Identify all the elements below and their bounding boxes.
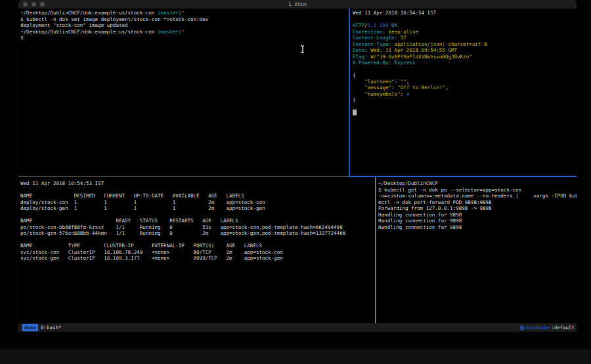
terminal-text-segment: W/"39-0xBPf9aF1dXVNkhsxoBQgJ8vKzo" xyxy=(368,54,472,60)
terminal-text-segment: Connection: xyxy=(353,29,385,35)
terminal-line: ETag: W/"39-0xBPf9aF1dXVNkhsxoBQgJ8vKzo" xyxy=(353,54,577,60)
terminal-line: } xyxy=(353,97,577,104)
kube-context-label: minikube xyxy=(526,323,550,332)
pane-shell-kubectl-set-image[interactable]: ~/Desktop/DublinCNCF/dok-example-us/stoc… xyxy=(18,9,351,177)
terminal-text-segment: "numsymbols" xyxy=(364,91,401,97)
terminal-line: svc/stock-gen ClusterIP 10.109.3.177 <no… xyxy=(20,255,377,262)
terminal-text-segment: Handling connection for 9898 xyxy=(378,224,462,230)
terminal-text-segment: : xyxy=(391,85,397,91)
pane-port-forward-log[interactable]: ~/Desktop/DublinCNCF$ kubectl get -n dok… xyxy=(376,177,577,327)
terminal-text-segment: Wed 11 Apr 2018 10:54:54 IST xyxy=(353,10,436,16)
terminal-line xyxy=(353,66,577,73)
terminal-text-segment: Content-Length: xyxy=(353,35,397,41)
terminal-text-segment: $ xyxy=(20,35,24,41)
terminal-line: ~/Desktop/DublinCNCF/dok-example-us/stoc… xyxy=(20,29,351,35)
terminal-text-segment: -o=custom-columns=:metadata.name --no-he… xyxy=(378,193,577,199)
terminal-line: HTTP/1.1 200 OK xyxy=(353,22,577,29)
terminal-text-segment: deploy/stock-gen 1 1 1 1 2m app=stock-ge… xyxy=(20,205,265,211)
terminal-line: -o=custom-columns=:metadata.name --no-he… xyxy=(378,193,577,199)
status-bar-left: demo 0:bash* xyxy=(22,323,62,332)
terminal-text-segment: $ kubectl get -n dok po --selector=app=s… xyxy=(378,187,521,193)
terminal-line: Wed 11 Apr 2018 10:54:54 IST xyxy=(353,10,577,16)
terminal-line xyxy=(353,104,577,110)
window-titlebar[interactable]: 1. tmux xyxy=(18,0,577,9)
pane-kubectl-get-tables[interactable]: Wed 11 Apr 2018 10:54:53 IST NAME DESIRE… xyxy=(18,177,377,327)
terminal-text-segment: (master) xyxy=(158,10,181,16)
terminal-line: Connection: keep-alive xyxy=(353,29,577,35)
terminal-line: deployment "stock-con" image updated xyxy=(20,22,351,29)
terminal-text-segment: HTTP xyxy=(353,22,364,28)
terminal-line xyxy=(353,110,577,116)
terminal-line: Forwarding from 127.0.0.1:9898 -> 9898 xyxy=(378,205,577,212)
terminal-line: ectl -n dok port-forward POD 9898:9898 xyxy=(378,199,577,206)
terminal-text-segment: Content-Type: xyxy=(353,41,391,47)
terminal-line: "lastseen": "", xyxy=(353,79,577,85)
terminal-text-segment: NAME READY STATUS RESTARTS AGE LABELS xyxy=(20,218,238,224)
terminal-line: Handling connection for 9898 xyxy=(378,224,577,231)
terminal-text-segment: NAME DESIRED CURRENT UP-TO-DATE AVAILABL… xyxy=(20,193,244,199)
terminal-text-segment: , xyxy=(445,85,449,91)
terminal-text-segment: 57 xyxy=(397,35,406,41)
window-list-item[interactable]: 0:bash* xyxy=(41,323,62,332)
terminal-line: { xyxy=(353,72,577,79)
terminal-text-segment: "message" xyxy=(364,85,391,91)
terminal-text-segment: Wed 11 Apr 2018 10:54:53 IST xyxy=(20,180,104,186)
terminal-text-segment: Date: xyxy=(353,47,368,53)
terminal-text-segment: 1.1 200 xyxy=(368,22,389,28)
kube-namespace-label: :default xyxy=(551,323,575,332)
terminal-text-segment: OK xyxy=(391,22,397,28)
terminal-line xyxy=(20,212,377,218)
terminal-text-segment: Express xyxy=(391,60,415,66)
mouse-ibeam-cursor xyxy=(301,45,304,53)
terminal-line: deploy/stock-gen 1 1 1 1 2m app=stock-ge… xyxy=(20,205,377,212)
terminal-line: deploy/stock-con 1 1 1 1 2m app=stock-co… xyxy=(20,199,377,206)
terminal-text-segment xyxy=(353,91,364,97)
terminal-text-segment: { xyxy=(353,72,356,78)
terminal-line: Wed 11 Apr 2018 10:54:53 IST xyxy=(20,180,377,187)
terminal-text-segment: $ kubectl -n dok set image deployment/st… xyxy=(20,16,208,22)
terminal-line: Handling connection for 9898 xyxy=(378,218,577,224)
terminal-line: Date: Wed, 11 Apr 2018 09:54:55 GMT xyxy=(353,47,577,54)
terminal-line: $ kubectl -n dok set image deployment/st… xyxy=(20,16,351,23)
terminal-text-segment: application/json; charset=utf-8 xyxy=(391,41,487,47)
status-bar-right: minikube:default xyxy=(519,323,575,332)
terminal-text-segment: ~/Desktop/DublinCNCF/dok-example-us/stoc… xyxy=(20,10,158,16)
desktop-dock-area xyxy=(0,349,591,364)
terminal-text-segment: po/stock-gen-576cc688bb-44kmn 1/1 Runnin… xyxy=(20,230,345,236)
terminal-text-segment: Forwarding from 127.0.0.1:9898 -> 9898 xyxy=(378,205,492,211)
terminal-text-segment: po/stock-con-bb68f88fd-kzsxz 1/1 Running… xyxy=(20,224,343,230)
terminal-text-segment: svc/stock-con ClusterIP 10.106.78.249 <n… xyxy=(20,249,283,255)
terminal-text-segment: svc/stock-gen ClusterIP 10.109.3.177 <no… xyxy=(20,255,283,261)
terminal-text-segment: X-Powered-By: xyxy=(353,60,391,66)
terminal-text-segment: keep-alive xyxy=(385,29,418,35)
terminal-line: Content-Length: 57 xyxy=(353,35,577,41)
terminal-text-segment: ectl -n dok port-forward POD 9898:9898 xyxy=(378,199,492,205)
session-name-badge[interactable]: demo xyxy=(22,324,38,331)
terminal-line: po/stock-gen-576cc688bb-44kmn 1/1 Runnin… xyxy=(20,230,377,237)
tmux-status-bar: demo 0:bash* minikube:default xyxy=(18,323,577,332)
terminal-text-segment xyxy=(353,85,364,91)
terminal-text-segment: deploy/stock-con 1 1 1 1 2m app=stock-co… xyxy=(20,199,265,205)
terminal-line: "numsymbols": 4 xyxy=(353,91,577,98)
terminal-text-segment: ~/Desktop/DublinCNCF xyxy=(378,180,438,186)
terminal-text-segment: * xyxy=(181,29,185,35)
terminal-line: $ kubectl get -n dok po --selector=app=s… xyxy=(378,187,577,193)
terminal-text-segment: , xyxy=(406,79,410,85)
terminal-line: "message": "Off to Berlin!", xyxy=(353,85,577,91)
terminal-line: NAME DESIRED CURRENT UP-TO-DATE AVAILABL… xyxy=(20,193,377,199)
terminal-text-segment: NAME TYPE CLUSTER-IP EXTERNAL-IP PORT(S)… xyxy=(20,243,262,249)
terminal-text-segment: ETag: xyxy=(353,54,368,60)
terminal-text-segment: deployment "stock-con" image updated xyxy=(20,22,128,28)
terminal-line xyxy=(20,237,377,243)
kubernetes-wheel-icon xyxy=(519,325,525,331)
terminal-line: NAME READY STATUS RESTARTS AGE LABELS xyxy=(20,218,377,224)
terminal-text-segment: "" xyxy=(401,79,406,85)
terminal-line xyxy=(353,16,577,23)
terminal-text-segment: * xyxy=(181,10,185,16)
window-title: 1. tmux xyxy=(18,1,577,7)
terminal-text-segment: Wed, 11 Apr 2018 09:54:55 GMT xyxy=(368,47,457,53)
pane-http-response[interactable]: Wed 11 Apr 2018 10:54:54 IST HTTP/1.1 20… xyxy=(350,9,577,177)
desktop-background: 1. tmux ~/Desktop/DublinCNCF/dok-example… xyxy=(0,0,591,364)
terminal-text-segment: Handling connection for 9898 xyxy=(378,218,462,224)
terminal-text-segment: (master) xyxy=(158,29,181,35)
